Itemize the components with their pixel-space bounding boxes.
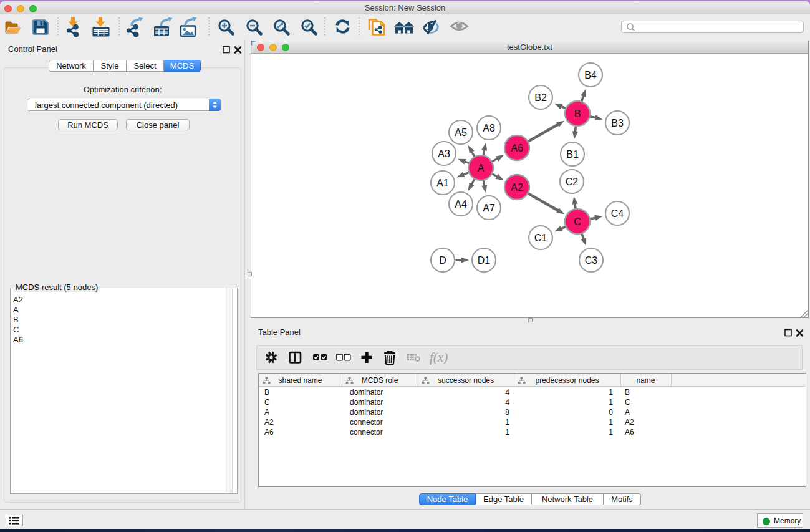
- svg-text:C1: C1: [534, 233, 547, 243]
- svg-text:A8: A8: [483, 123, 495, 133]
- svg-text:f(x): f(x): [430, 350, 448, 365]
- svg-text:B: B: [574, 109, 581, 119]
- svg-text:A6: A6: [511, 143, 523, 153]
- svg-text:D: D: [439, 255, 446, 266]
- svg-text:C3: C3: [585, 255, 598, 266]
- svg-text:A2: A2: [511, 182, 523, 193]
- svg-text:C4: C4: [611, 208, 624, 219]
- svg-text:C2: C2: [566, 177, 579, 187]
- svg-text:B3: B3: [611, 118, 624, 128]
- svg-text:A5: A5: [455, 127, 467, 138]
- svg-text:B1: B1: [566, 149, 579, 160]
- svg-text:A7: A7: [483, 203, 495, 213]
- svg-text:A1: A1: [436, 178, 449, 188]
- svg-text:A4: A4: [455, 199, 467, 210]
- svg-text:C: C: [574, 216, 581, 227]
- svg-text:B4: B4: [584, 70, 597, 80]
- svg-text:A3: A3: [438, 148, 450, 159]
- svg-text:B2: B2: [534, 92, 547, 103]
- svg-text:A: A: [478, 163, 485, 173]
- svg-text:D1: D1: [478, 255, 491, 266]
